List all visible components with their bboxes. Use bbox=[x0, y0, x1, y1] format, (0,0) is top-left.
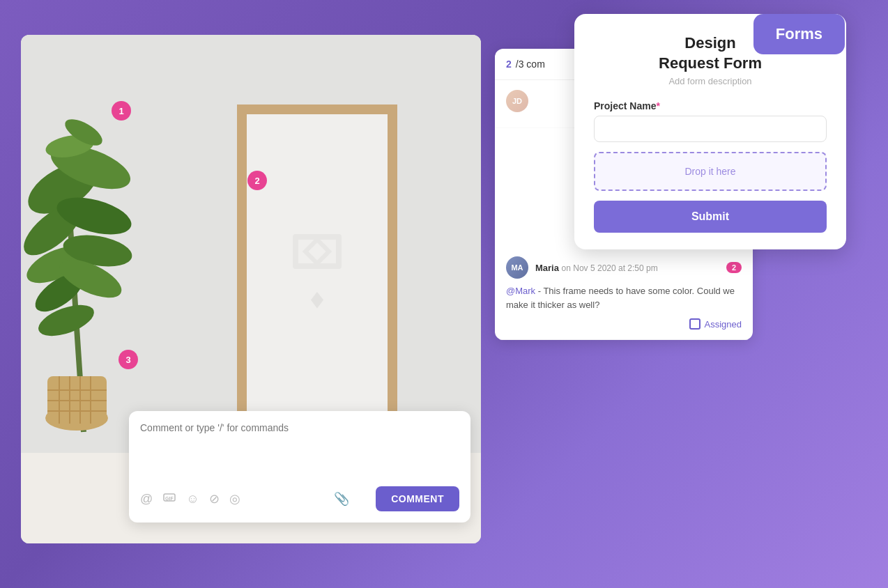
comment-timestamp: on Nov 5 2020 at 2:50 pm bbox=[562, 263, 658, 273]
assigned-label: Assigned bbox=[705, 319, 742, 330]
comment-toolbar: @ GIF ☺ ⊘ ◎ 📎 COMMENT bbox=[140, 486, 459, 511]
canvas-area: ⬧ 1 2 3 @ GIF ☺ ⊘ ◎ 📎 COMMENT bbox=[21, 35, 481, 543]
pin-2[interactable]: 2 bbox=[247, 171, 267, 190]
comment-textarea[interactable] bbox=[140, 422, 459, 478]
forms-badge[interactable]: Forms bbox=[753, 14, 845, 54]
project-name-label: Project Name* bbox=[594, 100, 827, 111]
svg-text:GIF: GIF bbox=[165, 496, 174, 501]
assigned-checkbox[interactable] bbox=[689, 318, 701, 330]
project-name-input[interactable] bbox=[594, 116, 827, 142]
submit-button[interactable]: Submit bbox=[594, 201, 827, 233]
assigned-row: Assigned bbox=[506, 318, 742, 330]
reply-badge[interactable]: 2 bbox=[726, 262, 742, 273]
comment-meta: Maria on Nov 5 2020 at 2:50 pm bbox=[535, 263, 719, 273]
form-description: Add form description bbox=[594, 76, 827, 86]
pin-1[interactable]: 1 bbox=[112, 101, 131, 121]
avatar-1: JD bbox=[506, 90, 528, 112]
pin-3[interactable]: 3 bbox=[118, 350, 138, 369]
comment-username: Maria bbox=[535, 263, 559, 273]
comment-icon-group: @ GIF ☺ ⊘ ◎ 📎 bbox=[140, 490, 349, 508]
comment-button[interactable]: COMMENT bbox=[376, 486, 459, 511]
comment-total: /3 com bbox=[516, 59, 545, 70]
comment-count: 2 bbox=[506, 59, 512, 70]
attachment-icon[interactable]: 📎 bbox=[334, 491, 349, 506]
mention-icon[interactable]: @ bbox=[140, 492, 153, 506]
target-icon[interactable]: ◎ bbox=[229, 491, 240, 506]
avatar-2: MA bbox=[506, 256, 528, 279]
plant-illustration bbox=[21, 49, 167, 439]
slash-icon[interactable]: ⊘ bbox=[209, 491, 220, 506]
emoji-icon[interactable]: ☺ bbox=[186, 492, 199, 506]
comment-input-box: @ GIF ☺ ⊘ ◎ 📎 COMMENT bbox=[129, 411, 470, 523]
frame-illustration: ⬧ bbox=[237, 105, 397, 446]
comment-card-2: MA Maria on Nov 5 2020 at 2:50 pm 2 @Mar… bbox=[495, 247, 753, 340]
gif-icon[interactable]: GIF bbox=[162, 490, 176, 508]
drop-zone[interactable]: Drop it here bbox=[594, 152, 827, 191]
comment-text: @Mark - This frame needs to have some co… bbox=[506, 284, 742, 311]
comment-mention: @Mark bbox=[506, 286, 535, 296]
